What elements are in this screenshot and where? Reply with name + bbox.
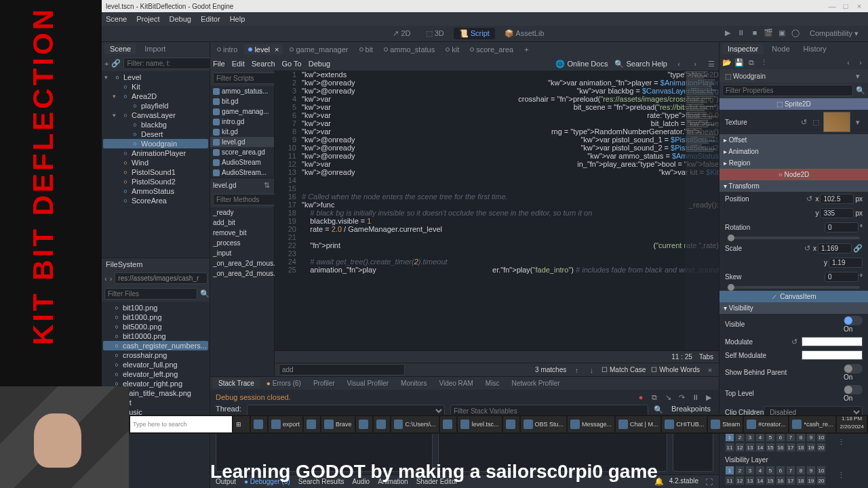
debug-tab[interactable]: Misc (480, 378, 505, 388)
scene-node-blackbg[interactable]: ○blackbg (103, 120, 208, 129)
next-match-icon[interactable]: ↓ (587, 365, 596, 375)
fs-item[interactable]: ○crosshair.png (103, 350, 208, 360)
script-menu-goto[interactable]: Go To (282, 60, 302, 68)
fs-item[interactable]: ○elevator_left.png (103, 369, 208, 379)
sort-icon[interactable]: ⇅ (262, 180, 271, 190)
layer-bit-4[interactable]: 4 (755, 432, 765, 442)
scene-node-woodgrain[interactable]: ○Woodgrain (103, 139, 208, 148)
pause-icon[interactable]: ⏸ (736, 28, 746, 37)
texture-preview[interactable] (823, 112, 850, 132)
reset-icon[interactable]: ↺ (804, 195, 814, 204)
taskbar-item[interactable] (251, 416, 267, 432)
menu-editor[interactable]: Editor (201, 15, 220, 23)
script-item[interactable]: AudioStream... (210, 167, 274, 178)
taskbar-item[interactable] (374, 416, 390, 432)
step-into-icon[interactable]: ↘ (663, 392, 673, 402)
link-icon[interactable]: 🔗 (111, 59, 121, 68)
step-over-icon[interactable]: ↷ (677, 392, 686, 402)
tab-import[interactable]: Import (139, 43, 171, 54)
layer-bit-13[interactable]: 13 (745, 443, 755, 452)
taskbar-item[interactable]: Message... (568, 416, 614, 432)
scene-node-pistolsound2[interactable]: ○PistolSound2 (103, 177, 208, 186)
method-item[interactable]: _ready (210, 207, 274, 218)
scene-node-desert[interactable]: ○Desert (103, 129, 208, 139)
method-item[interactable]: add_bit (210, 218, 274, 228)
minimap[interactable] (685, 70, 719, 350)
taskbar-item[interactable]: export (269, 416, 302, 432)
tab-node[interactable]: Node (766, 43, 795, 54)
prev-match-icon[interactable]: ↑ (572, 365, 581, 375)
next-icon[interactable]: › (856, 58, 865, 67)
chevron-down-icon[interactable]: ▾ (853, 117, 863, 127)
layer-bit-3[interactable]: 3 (745, 432, 755, 442)
prev-icon[interactable]: ‹ (844, 58, 853, 67)
debug-tab[interactable]: Video RAM (433, 378, 478, 388)
indent-status[interactable]: Tabs (699, 353, 713, 361)
scene-node-pistolsound1[interactable]: ○PistolSound1 (103, 167, 208, 177)
taskbar-clock[interactable]: 1:18 PM2/20/2024 (837, 416, 867, 432)
taskbar-item[interactable]: *cash_re... (789, 416, 835, 432)
position-x-input[interactable] (820, 194, 854, 204)
prev-icon[interactable]: ‹ (674, 59, 684, 68)
script-item[interactable]: AudioStream (210, 157, 274, 167)
section-sprite2d[interactable]: ⬚ Sprite2D (719, 98, 868, 110)
add-tab-button[interactable]: + (520, 44, 532, 55)
layer-bit-6[interactable]: 6 (776, 432, 785, 442)
section-visibility[interactable]: ▾ Visibility (719, 302, 868, 314)
tab-scene[interactable]: Scene (104, 43, 136, 54)
taskbar-item[interactable]: #creator... (744, 416, 788, 432)
menu-help[interactable]: Help (230, 15, 245, 23)
scene-tab-bit[interactable]: bit (355, 44, 378, 55)
more-icon[interactable]: ⋮ (759, 58, 768, 67)
play-icon[interactable]: ▶ (723, 28, 732, 37)
taskbar-search[interactable]: Type here to search (130, 416, 232, 432)
reset-icon[interactable]: ↺ (802, 244, 812, 253)
taskbar-item[interactable]: Brave (321, 416, 355, 432)
layer-bit-14[interactable]: 14 (755, 443, 765, 452)
movie-icon[interactable]: ◯ (791, 28, 800, 37)
continue-icon[interactable]: ▶ (704, 392, 713, 402)
layer-bit-18[interactable]: 18 (796, 443, 806, 452)
fs-filter-input[interactable] (104, 288, 197, 300)
copy-icon[interactable]: ⧉ (747, 58, 756, 67)
debug-tab[interactable]: Network Profiler (506, 378, 565, 388)
script-item[interactable]: bit.gd (210, 96, 274, 106)
copy-icon[interactable]: ⧉ (650, 392, 659, 402)
scene-node-playfield[interactable]: ○playfield (103, 101, 208, 110)
scene-node-scorearea[interactable]: ○ScoreArea (103, 196, 208, 205)
fs-item[interactable]: ○bit1000.png (103, 312, 208, 322)
rotation-slider[interactable] (728, 237, 860, 239)
fs-item[interactable]: ○bit10000.png (103, 331, 208, 341)
layer-bit-8[interactable]: 8 (796, 432, 806, 442)
lock-icon[interactable]: 🔗 (853, 244, 863, 253)
scene-node-canvaslayer[interactable]: ▾○CanvasLayer (103, 110, 208, 120)
fs-path-input[interactable] (115, 272, 208, 284)
show-behind-toggle[interactable] (844, 364, 863, 373)
debug-tab[interactable]: ● Errors (6) (261, 378, 307, 388)
skew-slider[interactable] (728, 286, 860, 289)
search-icon[interactable]: 🔍 (654, 405, 663, 414)
position-y-input[interactable] (820, 208, 854, 218)
scene-tab-kit[interactable]: kit (441, 44, 463, 55)
reset-icon[interactable]: ↺ (799, 117, 808, 127)
save-icon[interactable]: 💾 (734, 58, 744, 67)
view-assetlib[interactable]: 📦 AssetLib (499, 28, 550, 39)
layer-bit-16[interactable]: 16 (776, 443, 785, 452)
add-node-icon[interactable]: + (104, 59, 108, 68)
taskbar-item[interactable] (304, 416, 320, 432)
method-item[interactable]: _on_area_2d_mous... (210, 268, 274, 279)
fs-item[interactable]: ○elevator_full.png (103, 360, 208, 369)
layer-bit-12[interactable]: 12 (735, 443, 745, 452)
scene-node-wind[interactable]: ○Wind (103, 158, 208, 167)
layer-bit-10[interactable]: 10 (816, 432, 826, 442)
play-custom-icon[interactable]: ▣ (777, 28, 787, 37)
script-item[interactable]: game_manag... (210, 106, 274, 117)
record-icon[interactable]: ● (636, 392, 646, 402)
close-icon[interactable]: × (705, 365, 715, 375)
method-item[interactable]: remove_bit (210, 228, 274, 238)
search-help-link[interactable]: 🔍 Search Help (614, 60, 667, 68)
taskbar-item[interactable] (503, 416, 519, 432)
search-icon[interactable]: 🔍 (856, 86, 865, 96)
chevron-down-icon[interactable]: ▾ (853, 71, 863, 81)
property-filter-input[interactable] (722, 85, 853, 96)
